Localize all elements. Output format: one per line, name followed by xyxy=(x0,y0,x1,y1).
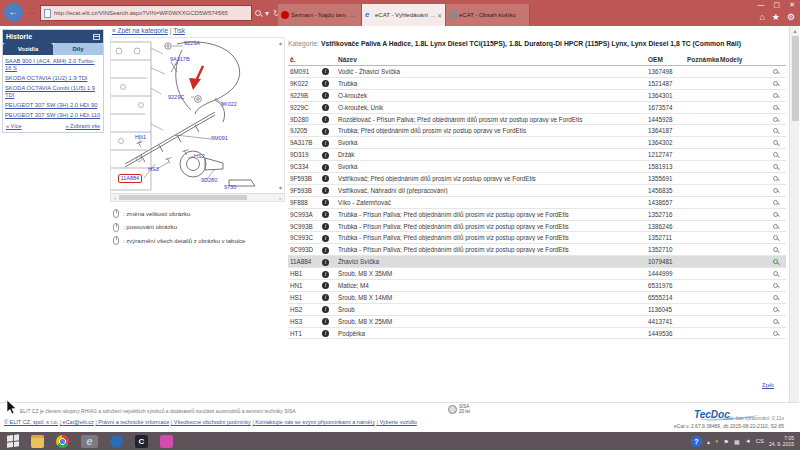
info-icon[interactable]: i xyxy=(322,294,329,301)
network-icon[interactable]: ▦ xyxy=(734,438,740,445)
info-icon[interactable]: i xyxy=(322,104,329,111)
info-icon[interactable]: i xyxy=(322,306,329,313)
table-row[interactable]: 9C993C i Trubka - Přísun Paliva; Před ob… xyxy=(288,232,786,244)
diagram-part-label[interactable]: 11A884 xyxy=(118,174,142,183)
history-vehicle-link[interactable]: PEUGEOT 307 SW (3H) 2.0 HDi 90 xyxy=(5,102,101,109)
info-icon[interactable]: i xyxy=(322,152,329,159)
volume-icon[interactable]: ◄ xyxy=(745,438,751,444)
history-vehicle-link[interactable]: SKODA OCTAVIA Combi (1U5) 1.9 TDI xyxy=(5,85,101,99)
search-part-icon[interactable] xyxy=(773,247,778,252)
info-icon[interactable]: i xyxy=(322,282,329,289)
table-row[interactable]: 9K022 i Trubka 1521487 xyxy=(288,78,786,90)
more-link[interactable]: « Více xyxy=(6,123,22,129)
diagram-horizontal-scrollbar[interactable]: ‹ › xyxy=(111,193,284,201)
print-link[interactable]: Tisk xyxy=(173,27,185,34)
diagram-part-label[interactable]: 9K022 xyxy=(221,102,237,108)
footer-link[interactable]: Všeobecné obchodní podmínky xyxy=(171,419,251,425)
table-row[interactable]: 9F593B i Vstřikovač; Před objednáním díl… xyxy=(288,173,786,185)
close-button[interactable]: ✕ xyxy=(789,1,795,9)
info-icon[interactable]: i xyxy=(322,259,329,266)
panel-icon[interactable] xyxy=(93,34,100,40)
info-icon[interactable]: i xyxy=(322,318,329,325)
scrollbar-thumb[interactable] xyxy=(792,36,799,121)
footer-link[interactable]: Vyberte vozidlo xyxy=(376,419,416,425)
table-row[interactable]: 9C993A i Trubka - Přísun Paliva; Před ob… xyxy=(288,209,786,221)
footer-link[interactable]: © ELIT CZ, spol. s r.o. xyxy=(4,419,58,425)
search-part-icon[interactable] xyxy=(773,188,778,193)
footer-link[interactable]: Právní a technické informace xyxy=(95,419,169,425)
home-icon[interactable]: ⌂ xyxy=(759,11,764,24)
search-part-icon[interactable] xyxy=(773,140,778,145)
info-icon[interactable]: i xyxy=(322,271,329,278)
diagram-part-label[interactable]: 9730 xyxy=(224,185,236,191)
favorites-star-icon[interactable]: ★ xyxy=(772,11,780,24)
file-explorer-icon[interactable] xyxy=(31,435,44,448)
settings-gear-icon[interactable]: ⚙ xyxy=(787,11,795,24)
search-part-icon[interactable] xyxy=(773,259,778,264)
back-to-categories-link[interactable]: « Zpět na kategorie xyxy=(112,27,168,34)
search-part-icon[interactable] xyxy=(773,319,778,324)
info-icon[interactable]: i xyxy=(322,235,329,242)
help-icon[interactable]: ? xyxy=(691,436,702,447)
search-part-icon[interactable] xyxy=(773,81,778,86)
diagram-scroll-down-icon[interactable]: ▾ xyxy=(279,185,282,191)
tab-vehicles[interactable]: Vozidla xyxy=(3,43,53,55)
tab-seznam[interactable]: Seznam - Najdu tam, co nezná... xyxy=(278,4,362,26)
media-app-icon[interactable] xyxy=(160,435,173,448)
internet-explorer-icon[interactable]: e xyxy=(81,435,98,448)
info-icon[interactable]: i xyxy=(322,140,329,147)
search-part-icon[interactable] xyxy=(773,69,778,74)
table-row[interactable]: HS3 i Šroub, M8 X 25MM 4413741 xyxy=(288,316,786,328)
info-icon[interactable]: i xyxy=(322,330,329,337)
search-part-icon[interactable] xyxy=(773,200,778,205)
tab-close-icon[interactable]: ✕ xyxy=(437,12,442,19)
info-icon[interactable]: i xyxy=(322,223,329,230)
search-part-icon[interactable] xyxy=(773,105,778,110)
search-part-icon[interactable] xyxy=(773,117,778,122)
search-part-icon[interactable] xyxy=(773,176,778,181)
diagram-part-label[interactable]: 9229A xyxy=(184,41,200,47)
footer-link[interactable]: Kontaktujte nás se svými připomínkami a … xyxy=(252,419,375,425)
scroll-right-icon[interactable]: › xyxy=(276,195,284,201)
taskbar-clock[interactable]: 7:05 24. 9. 2015 xyxy=(769,435,796,448)
forward-button[interactable]: → xyxy=(27,7,36,17)
table-row[interactable]: HN1 i Matice; M4 6531976 xyxy=(288,280,786,292)
search-icon[interactable] xyxy=(255,10,261,16)
tab-ecat-search[interactable]: e eCAT - Vyhledávání podle V... ✕ xyxy=(362,4,446,26)
scroll-left-icon[interactable]: ‹ xyxy=(111,195,119,201)
tab-ecat-cart[interactable]: eCAT - Obsah košíku xyxy=(446,4,530,26)
search-part-icon[interactable] xyxy=(773,212,778,217)
info-icon[interactable]: i xyxy=(322,116,329,123)
diagram-scroll-up-icon[interactable]: ▴ xyxy=(279,40,282,46)
address-bar[interactable]: http://ecat.elit.cz/VINSearch.aspx?VIN=W… xyxy=(40,5,252,21)
tab-parts[interactable]: Díly xyxy=(53,43,103,55)
table-back-link[interactable]: Zpět xyxy=(762,382,774,388)
table-row[interactable]: 9229B i O-kroužek 1364301 xyxy=(288,90,786,102)
search-part-icon[interactable] xyxy=(773,283,778,288)
info-icon[interactable]: i xyxy=(322,92,329,99)
search-part-icon[interactable] xyxy=(773,331,778,336)
language-indicator[interactable]: CS xyxy=(756,438,764,444)
parts-diagram[interactable]: 9229A 9A317B 9229C 9K022 6M091 HN1 HS2 H… xyxy=(110,37,285,202)
diagram-part-label[interactable]: 9D280 xyxy=(201,178,217,184)
table-row[interactable]: 9J205 i Trubka; Před objednáním dílů pro… xyxy=(288,125,786,137)
search-part-icon[interactable] xyxy=(773,164,778,169)
c-app-icon[interactable]: C xyxy=(135,435,148,448)
thunderbird-icon[interactable] xyxy=(110,435,123,448)
table-row[interactable]: 9F888 i Víko - Zatemňovač 1438657 xyxy=(288,197,786,209)
search-part-icon[interactable] xyxy=(773,307,778,312)
diagram-part-label[interactable]: 9229C xyxy=(168,95,184,101)
search-part-icon[interactable] xyxy=(773,224,778,229)
table-row[interactable]: HS2 i Šroub 1136045 xyxy=(288,304,786,316)
search-part-icon[interactable] xyxy=(773,152,778,157)
history-vehicle-link[interactable]: SKODA OCTAVIA (1U2) 1.9 TDI xyxy=(5,75,101,82)
show-all-link[interactable]: » Zobrazit vše xyxy=(65,123,100,129)
info-icon[interactable]: i xyxy=(322,247,329,254)
table-row[interactable]: 9A317B i Svorka 1364302 xyxy=(288,137,786,149)
diagram-part-label[interactable]: 9A317B xyxy=(170,57,190,63)
tray-flag-icon[interactable]: ⚑ xyxy=(724,438,729,445)
diagram-part-label[interactable]: 6M091 xyxy=(211,136,228,142)
footer-link[interactable]: eCat@elit.cz xyxy=(60,419,94,425)
table-row[interactable]: 6M091 i Vodič - Žhavicí Svíčka 1367498 xyxy=(288,66,786,78)
start-button[interactable] xyxy=(7,434,19,447)
